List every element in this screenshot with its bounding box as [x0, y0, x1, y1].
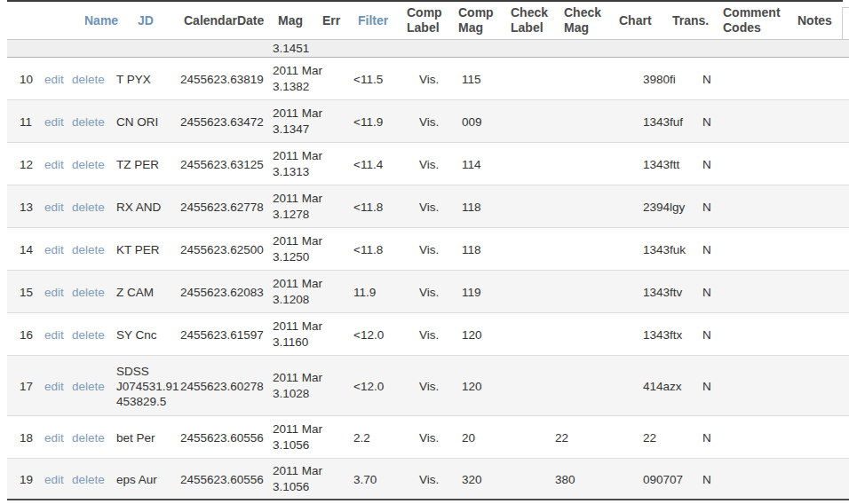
col-header-trans: Trans.: [672, 13, 709, 28]
col-header-name[interactable]: Name: [84, 13, 118, 28]
edit-link[interactable]: edit: [44, 285, 64, 298]
col-header-notes: Notes: [797, 13, 832, 28]
col-header-jd[interactable]: JD: [138, 13, 154, 28]
table-row: 15 edit delete Z CAM 2455623.62083 2011 …: [7, 271, 849, 313]
delete-link[interactable]: delete: [72, 379, 105, 392]
comp-mag-value: 009: [462, 114, 482, 128]
col-header-calendardate: CalendarDate: [184, 13, 264, 28]
calendar-date-line1: 2011 Mar: [273, 106, 322, 122]
delete-link[interactable]: delete: [72, 327, 105, 341]
check-mag-value: 380: [555, 472, 575, 485]
star-name: TZ PER: [116, 156, 187, 171]
row-number: 14: [20, 242, 33, 256]
trans-value: N: [702, 285, 711, 298]
delete-link[interactable]: delete: [72, 242, 105, 256]
col-header-check-label: Check Label: [511, 5, 553, 35]
table-header: Name JD CalendarDate Mag Err Filter Comp…: [7, 2, 849, 40]
jd-value: 2455623.60556: [180, 430, 264, 444]
edit-link[interactable]: edit: [44, 242, 64, 256]
delete-link[interactable]: delete: [72, 285, 105, 298]
comp-mag-value: 120: [462, 379, 482, 392]
trans-value: N: [702, 430, 711, 444]
delete-link[interactable]: delete: [72, 430, 105, 444]
mag-value: <11.9: [353, 114, 383, 128]
table-row: 13 edit delete RX AND 2455623.62778 2011…: [7, 185, 849, 228]
calendar-date-line1: 2011 Mar: [273, 463, 322, 479]
jd-value: 2455623.60556: [180, 472, 264, 485]
table-row: 16 edit delete SY Cnc 2455623.61597 2011…: [7, 313, 849, 356]
comp-mag-value: 118: [462, 200, 481, 213]
comp-mag-value: 115: [462, 72, 481, 85]
calendar-date: 2011 Mar3.1313: [273, 148, 322, 180]
table-row-partial: 3.1451: [7, 40, 849, 58]
calendar-date: 2011 Mar3.1056: [273, 421, 322, 453]
edit-link[interactable]: edit: [44, 157, 64, 170]
calendar-date: 2011 Mar3.1347: [273, 106, 322, 138]
mag-value: <12.0: [353, 327, 384, 341]
jd-value: 2455623.62083: [180, 285, 264, 298]
delete-link[interactable]: delete: [72, 472, 105, 485]
calendar-date: 2011 Mar3.1250: [273, 233, 322, 265]
table-row: 12 edit delete TZ PER 2455623.63125 2011…: [7, 143, 849, 185]
chart-value: 1343fuk: [643, 242, 686, 256]
chart-value: 090707: [643, 472, 683, 485]
comp-mag-value: 119: [462, 285, 481, 298]
star-name: Z CAM: [116, 284, 187, 299]
edit-link[interactable]: edit: [44, 379, 64, 392]
calendar-date-line1: 2011 Mar: [273, 148, 322, 164]
col-header-mag: Mag: [278, 13, 303, 28]
mag-value: <12.0: [353, 379, 384, 392]
filter-value: Vis.: [419, 430, 439, 444]
chart-value: 1343ftx: [643, 327, 682, 341]
delete-link[interactable]: delete: [72, 114, 105, 128]
table-row: 10 edit delete T PYX 2455623.63819 2011 …: [7, 58, 849, 100]
mag-value: 3.70: [353, 472, 377, 485]
observations-table-page: Name JD CalendarDate Mag Err Filter Comp…: [0, 0, 849, 504]
comp-mag-value: 114: [462, 157, 481, 170]
jd-value: 2455623.63472: [180, 114, 264, 128]
calendar-date: 2011 Mar3.1382: [273, 63, 322, 95]
col-header-comp-label: Comp Label: [407, 5, 449, 35]
row-number: 15: [20, 285, 33, 298]
jd-value: 2455623.61597: [180, 327, 264, 341]
calendar-date-line2: 3.1313: [273, 164, 322, 180]
calendar-date-line2: 3.1160: [273, 335, 322, 350]
jd-value: 2455623.62500: [180, 242, 264, 256]
calendar-date: 2011 Mar3.1208: [273, 276, 322, 308]
edit-link[interactable]: edit: [44, 472, 64, 485]
chart-value: 2394lgy: [643, 200, 685, 213]
calendar-date-line1: 2011 Mar: [273, 191, 322, 207]
delete-link[interactable]: delete: [72, 157, 105, 170]
calendar-date: 2011 Mar3.1278: [273, 191, 322, 223]
calendar-date-fragment: 3.1451: [273, 41, 309, 57]
jd-value: 2455623.60278: [180, 379, 264, 392]
table-row: 17 edit delete SDSS J074531.91 453829.5 …: [7, 356, 849, 416]
edit-link[interactable]: edit: [44, 114, 64, 128]
check-mag-value: 22: [555, 430, 568, 444]
trans-value: N: [702, 200, 711, 213]
row-number: 16: [20, 327, 33, 341]
delete-link[interactable]: delete: [72, 72, 105, 85]
filter-value: Vis.: [419, 327, 439, 341]
col-header-comment-codes: Comment Codes: [723, 5, 789, 35]
col-header-filter[interactable]: Filter: [358, 13, 388, 28]
edit-link[interactable]: edit: [44, 327, 64, 341]
edit-link[interactable]: edit: [44, 72, 64, 85]
edit-link[interactable]: edit: [44, 430, 64, 444]
row-number: 19: [20, 472, 33, 485]
trans-value: N: [702, 379, 711, 392]
filter-value: Vis.: [419, 242, 439, 256]
calendar-date-line1: 2011 Mar: [273, 276, 322, 292]
filter-value: Vis.: [419, 114, 439, 128]
comp-mag-value: 120: [462, 327, 482, 341]
calendar-date-line2: 3.1056: [273, 437, 322, 453]
jd-value: 2455623.63819: [180, 72, 264, 85]
filter-value: Vis.: [419, 157, 439, 170]
delete-link[interactable]: delete: [72, 200, 105, 213]
edit-link[interactable]: edit: [44, 200, 64, 213]
comp-mag-value: 20: [462, 430, 475, 444]
filter-value: Vis.: [419, 72, 439, 85]
mag-value: <11.8: [353, 242, 383, 256]
star-name: SY Cnc: [116, 327, 187, 342]
calendar-date-line1: 2011 Mar: [273, 319, 322, 335]
